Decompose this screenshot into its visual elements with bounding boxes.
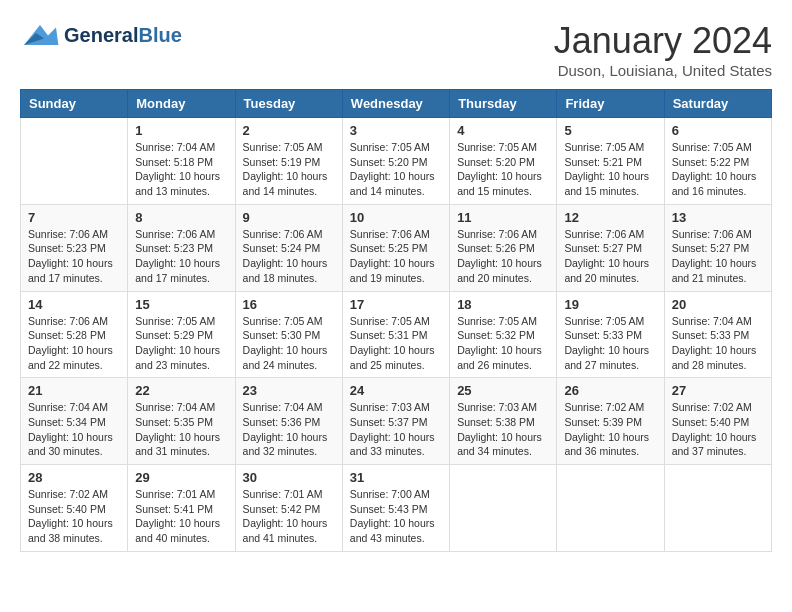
day-number: 16 xyxy=(243,297,335,312)
table-row: 27Sunrise: 7:02 AMSunset: 5:40 PMDayligh… xyxy=(664,378,771,465)
table-row: 21Sunrise: 7:04 AMSunset: 5:34 PMDayligh… xyxy=(21,378,128,465)
day-info: Sunrise: 7:05 AMSunset: 5:19 PMDaylight:… xyxy=(243,140,335,199)
day-number: 14 xyxy=(28,297,120,312)
day-number: 7 xyxy=(28,210,120,225)
table-row: 31Sunrise: 7:00 AMSunset: 5:43 PMDayligh… xyxy=(342,465,449,552)
table-row: 20Sunrise: 7:04 AMSunset: 5:33 PMDayligh… xyxy=(664,291,771,378)
day-info: Sunrise: 7:05 AMSunset: 5:22 PMDaylight:… xyxy=(672,140,764,199)
table-row: 9Sunrise: 7:06 AMSunset: 5:24 PMDaylight… xyxy=(235,204,342,291)
table-row: 14Sunrise: 7:06 AMSunset: 5:28 PMDayligh… xyxy=(21,291,128,378)
day-number: 18 xyxy=(457,297,549,312)
day-number: 17 xyxy=(350,297,442,312)
day-info: Sunrise: 7:04 AMSunset: 5:33 PMDaylight:… xyxy=(672,314,764,373)
week-row-4: 21Sunrise: 7:04 AMSunset: 5:34 PMDayligh… xyxy=(21,378,772,465)
day-number: 15 xyxy=(135,297,227,312)
week-row-1: 1Sunrise: 7:04 AMSunset: 5:18 PMDaylight… xyxy=(21,118,772,205)
day-number: 4 xyxy=(457,123,549,138)
day-info: Sunrise: 7:05 AMSunset: 5:29 PMDaylight:… xyxy=(135,314,227,373)
calendar-table: Sunday Monday Tuesday Wednesday Thursday… xyxy=(20,89,772,552)
day-number: 10 xyxy=(350,210,442,225)
week-row-2: 7Sunrise: 7:06 AMSunset: 5:23 PMDaylight… xyxy=(21,204,772,291)
week-row-3: 14Sunrise: 7:06 AMSunset: 5:28 PMDayligh… xyxy=(21,291,772,378)
day-number: 8 xyxy=(135,210,227,225)
table-row: 22Sunrise: 7:04 AMSunset: 5:35 PMDayligh… xyxy=(128,378,235,465)
logo-general: General xyxy=(64,24,138,46)
logo-icon xyxy=(20,20,60,50)
day-info: Sunrise: 7:06 AMSunset: 5:25 PMDaylight:… xyxy=(350,227,442,286)
day-number: 3 xyxy=(350,123,442,138)
table-row: 13Sunrise: 7:06 AMSunset: 5:27 PMDayligh… xyxy=(664,204,771,291)
day-info: Sunrise: 7:05 AMSunset: 5:21 PMDaylight:… xyxy=(564,140,656,199)
day-info: Sunrise: 7:05 AMSunset: 5:20 PMDaylight:… xyxy=(457,140,549,199)
table-row: 29Sunrise: 7:01 AMSunset: 5:41 PMDayligh… xyxy=(128,465,235,552)
table-row: 10Sunrise: 7:06 AMSunset: 5:25 PMDayligh… xyxy=(342,204,449,291)
day-number: 11 xyxy=(457,210,549,225)
day-number: 6 xyxy=(672,123,764,138)
col-wednesday: Wednesday xyxy=(342,90,449,118)
day-info: Sunrise: 7:05 AMSunset: 5:30 PMDaylight:… xyxy=(243,314,335,373)
day-info: Sunrise: 7:06 AMSunset: 5:27 PMDaylight:… xyxy=(564,227,656,286)
day-number: 5 xyxy=(564,123,656,138)
logo: GeneralBlue xyxy=(20,20,182,50)
day-info: Sunrise: 7:04 AMSunset: 5:36 PMDaylight:… xyxy=(243,400,335,459)
day-info: Sunrise: 7:05 AMSunset: 5:33 PMDaylight:… xyxy=(564,314,656,373)
table-row: 2Sunrise: 7:05 AMSunset: 5:19 PMDaylight… xyxy=(235,118,342,205)
day-info: Sunrise: 7:01 AMSunset: 5:42 PMDaylight:… xyxy=(243,487,335,546)
table-row: 25Sunrise: 7:03 AMSunset: 5:38 PMDayligh… xyxy=(450,378,557,465)
day-info: Sunrise: 7:06 AMSunset: 5:24 PMDaylight:… xyxy=(243,227,335,286)
table-row: 6Sunrise: 7:05 AMSunset: 5:22 PMDaylight… xyxy=(664,118,771,205)
col-friday: Friday xyxy=(557,90,664,118)
table-row xyxy=(21,118,128,205)
col-monday: Monday xyxy=(128,90,235,118)
day-info: Sunrise: 7:06 AMSunset: 5:23 PMDaylight:… xyxy=(135,227,227,286)
table-row: 23Sunrise: 7:04 AMSunset: 5:36 PMDayligh… xyxy=(235,378,342,465)
table-row: 24Sunrise: 7:03 AMSunset: 5:37 PMDayligh… xyxy=(342,378,449,465)
table-row: 26Sunrise: 7:02 AMSunset: 5:39 PMDayligh… xyxy=(557,378,664,465)
day-info: Sunrise: 7:05 AMSunset: 5:31 PMDaylight:… xyxy=(350,314,442,373)
table-row: 3Sunrise: 7:05 AMSunset: 5:20 PMDaylight… xyxy=(342,118,449,205)
day-number: 20 xyxy=(672,297,764,312)
day-info: Sunrise: 7:02 AMSunset: 5:40 PMDaylight:… xyxy=(672,400,764,459)
calendar-header-row: Sunday Monday Tuesday Wednesday Thursday… xyxy=(21,90,772,118)
day-number: 29 xyxy=(135,470,227,485)
table-row: 1Sunrise: 7:04 AMSunset: 5:18 PMDaylight… xyxy=(128,118,235,205)
table-row: 19Sunrise: 7:05 AMSunset: 5:33 PMDayligh… xyxy=(557,291,664,378)
col-sunday: Sunday xyxy=(21,90,128,118)
day-number: 23 xyxy=(243,383,335,398)
day-number: 27 xyxy=(672,383,764,398)
day-info: Sunrise: 7:02 AMSunset: 5:40 PMDaylight:… xyxy=(28,487,120,546)
day-number: 19 xyxy=(564,297,656,312)
day-number: 1 xyxy=(135,123,227,138)
day-info: Sunrise: 7:03 AMSunset: 5:38 PMDaylight:… xyxy=(457,400,549,459)
day-number: 12 xyxy=(564,210,656,225)
day-number: 31 xyxy=(350,470,442,485)
table-row: 15Sunrise: 7:05 AMSunset: 5:29 PMDayligh… xyxy=(128,291,235,378)
day-info: Sunrise: 7:04 AMSunset: 5:34 PMDaylight:… xyxy=(28,400,120,459)
day-info: Sunrise: 7:03 AMSunset: 5:37 PMDaylight:… xyxy=(350,400,442,459)
col-thursday: Thursday xyxy=(450,90,557,118)
day-info: Sunrise: 7:06 AMSunset: 5:26 PMDaylight:… xyxy=(457,227,549,286)
day-number: 24 xyxy=(350,383,442,398)
day-info: Sunrise: 7:02 AMSunset: 5:39 PMDaylight:… xyxy=(564,400,656,459)
table-row: 5Sunrise: 7:05 AMSunset: 5:21 PMDaylight… xyxy=(557,118,664,205)
day-number: 22 xyxy=(135,383,227,398)
day-info: Sunrise: 7:04 AMSunset: 5:18 PMDaylight:… xyxy=(135,140,227,199)
day-info: Sunrise: 7:05 AMSunset: 5:20 PMDaylight:… xyxy=(350,140,442,199)
logo-blue: Blue xyxy=(138,24,181,46)
day-number: 25 xyxy=(457,383,549,398)
table-row xyxy=(557,465,664,552)
day-info: Sunrise: 7:04 AMSunset: 5:35 PMDaylight:… xyxy=(135,400,227,459)
logo-text: GeneralBlue xyxy=(64,24,182,46)
table-row: 12Sunrise: 7:06 AMSunset: 5:27 PMDayligh… xyxy=(557,204,664,291)
day-number: 28 xyxy=(28,470,120,485)
day-number: 13 xyxy=(672,210,764,225)
table-row: 30Sunrise: 7:01 AMSunset: 5:42 PMDayligh… xyxy=(235,465,342,552)
day-number: 30 xyxy=(243,470,335,485)
day-info: Sunrise: 7:06 AMSunset: 5:23 PMDaylight:… xyxy=(28,227,120,286)
page-header: GeneralBlue January 2024 Duson, Louisian… xyxy=(20,20,772,79)
table-row: 18Sunrise: 7:05 AMSunset: 5:32 PMDayligh… xyxy=(450,291,557,378)
day-number: 2 xyxy=(243,123,335,138)
location: Duson, Louisiana, United States xyxy=(554,62,772,79)
title-area: January 2024 Duson, Louisiana, United St… xyxy=(554,20,772,79)
day-info: Sunrise: 7:01 AMSunset: 5:41 PMDaylight:… xyxy=(135,487,227,546)
